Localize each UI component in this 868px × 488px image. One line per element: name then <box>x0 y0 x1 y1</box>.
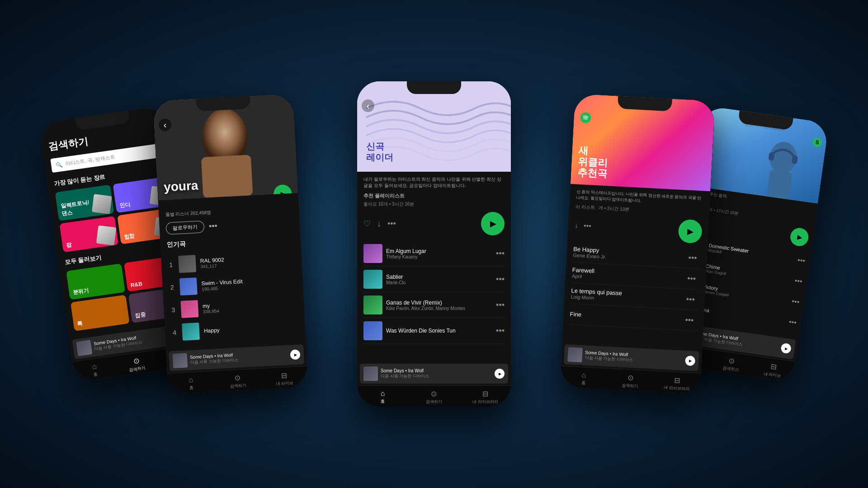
track-row-sablier[interactable]: Sablier Marie-Clo ••• <box>363 267 505 292</box>
track-artist-ganas: Kike Pavón, Alex Zurdo, Manny Montes <box>386 306 492 311</box>
np-thumb-2 <box>173 353 188 368</box>
spotify-icon-5: S <box>812 137 822 148</box>
center-description: 내가 팔로우하는 아티스트의 최신 음악과 나만을 위해 선별한 최신 싱글을 … <box>363 176 505 189</box>
library-icon-3: ⊟ <box>482 389 488 398</box>
track-more-was[interactable]: ••• <box>496 326 505 336</box>
genre-label-hiphop: 힙합 <box>123 232 135 241</box>
lofi-more-3[interactable]: ••• <box>791 297 800 306</box>
search-icon-4: ⊙ <box>627 373 633 382</box>
track-more-ganas[interactable]: ••• <box>496 300 505 310</box>
weekly-track-more-4[interactable]: ••• <box>681 314 698 328</box>
search-icon-5: ⊙ <box>728 357 736 366</box>
track-thumb-4 <box>182 323 200 341</box>
lofi-more-2[interactable]: ••• <box>794 277 803 286</box>
nav-search-2[interactable]: ⊙ 검색하기 <box>214 372 261 390</box>
home-label-1: 홈 <box>93 371 98 378</box>
nav-library-5[interactable]: ⊟ 내 라이브 <box>751 360 795 381</box>
weekly-track-more-3[interactable]: ••• <box>682 293 698 307</box>
svg-rect-7 <box>766 169 793 199</box>
svg-rect-2 <box>201 155 253 198</box>
follow-button[interactable]: 팔로우하기 <box>165 221 204 235</box>
track-name-was: Was Würden Die Sonies Tun <box>386 328 492 334</box>
artist-more-btn[interactable]: ••• <box>208 221 217 231</box>
more-icon-4[interactable]: ••• <box>583 222 591 230</box>
nav-search-4[interactable]: ⊙ 검색하기 <box>607 372 654 390</box>
download-icon-3[interactable]: ↓ <box>377 219 381 229</box>
main-play-btn-3[interactable] <box>481 212 505 235</box>
np-play-btn-2[interactable] <box>290 349 300 360</box>
genre-card-rock[interactable]: 록 <box>71 295 130 331</box>
nav-search-5[interactable]: ⊙ 검색하기 <box>709 354 753 375</box>
track-row-ganas[interactable]: Ganas de Vivir (Remix) Kike Pavón, Alex … <box>363 292 505 318</box>
lofi-play-btn[interactable] <box>789 227 810 247</box>
weekly-actions: ↓ ••• <box>574 214 703 244</box>
search-label-3: 검색하기 <box>426 399 442 405</box>
search-placeholder: 아티스트, 곡, 팟캐스트 <box>65 154 115 167</box>
library-label-5: 내 라이브 <box>764 371 782 379</box>
np-thumb-4 <box>567 347 583 362</box>
nav-search-3[interactable]: ⊙ 검색하기 <box>408 389 459 405</box>
track-row-was[interactable]: Was Würden Die Sonies Tun ••• <box>363 318 505 344</box>
phone-center: 신곡 레이더 내가 팔로우하는 아티스트의 최신 음악과 나만을 위해 선별한 … <box>357 81 511 407</box>
weekly-track-more-1[interactable]: ••• <box>684 251 701 265</box>
np-play-btn-3[interactable] <box>495 369 505 379</box>
track-details-ganas: Ganas de Vivir (Remix) Kike Pavón, Alex … <box>386 300 492 311</box>
download-icon-4[interactable]: ↓ <box>574 221 578 230</box>
genre-label-rnb: R&B <box>130 281 143 288</box>
weekly-track-title-4: Fine <box>570 311 682 324</box>
library-icon-2: ⊟ <box>281 371 288 380</box>
nav-home-4[interactable]: ⌂ 홈 <box>560 370 607 387</box>
track-more-em[interactable]: ••• <box>496 249 505 258</box>
track-more-sablier[interactable]: ••• <box>496 275 505 284</box>
weekly-play-btn[interactable] <box>678 219 703 244</box>
phone-4-screen: 새 위클리 추천곡 신 음악 믹스테이프입니다. 나만을 위해 엄선된 새로운 … <box>560 94 715 394</box>
library-label-4: 내 라이브러리 <box>664 385 689 392</box>
weekly-stats: 개 • 2시간 13분 <box>598 205 629 213</box>
nav-home-2[interactable]: ⌂ 홈 <box>167 375 215 392</box>
weekly-desc: 신 음악 믹스테이프입니다. 나만을 위해 엄선된 새로운 음악과 곡을 만나세… <box>576 189 704 207</box>
np-thumb-3 <box>363 366 378 381</box>
nav-library-2[interactable]: ⊟ 내 라이브 <box>261 370 308 387</box>
now-playing-bar-3[interactable]: Some Days • Ira Wolf 다음 사용 가능한 디바이스 <box>360 364 508 384</box>
track-artist-em: Thifany Kauany <box>386 254 492 259</box>
track-num-1: 1 <box>168 261 175 269</box>
weekly-title-line3: 추천곡 <box>577 167 607 179</box>
library-icon-4: ⊟ <box>674 376 680 385</box>
hero-title-area: 신곡 레이더 <box>366 141 393 163</box>
spotify-logo-4 <box>580 112 591 126</box>
lofi-more-1[interactable]: ••• <box>797 256 806 265</box>
phone-2-screen: youra 월별 리스너 202,458명 팔로우하기 ••• 인기곡 1 RA… <box>153 94 308 394</box>
np-info-4: Some Days • Ira Wolf 다음 사용 가능한 디바이스 <box>585 350 683 366</box>
back-button-3[interactable] <box>362 99 374 112</box>
genre-card-mood[interactable]: 분위기 <box>66 263 125 300</box>
genre-card-edm[interactable]: 일렉트로닉/댄스 <box>55 185 114 221</box>
phone-notch-3 <box>407 81 461 94</box>
nav-library-3[interactable]: ⊟ 내 라이브러리 <box>460 389 511 405</box>
nav-library-4[interactable]: ⊟ 내 라이브러리 <box>653 375 701 392</box>
track-row-em[interactable]: Em Algum Lugar Thifany Kauany ••• <box>363 241 505 267</box>
np-play-btn-4[interactable] <box>685 356 695 366</box>
weekly-track-more-2[interactable]: ••• <box>683 272 699 286</box>
genre-card-pop[interactable]: 팝 <box>59 216 118 252</box>
lofi-more-4[interactable]: ••• <box>788 318 797 327</box>
nav-home-3[interactable]: ⌂ 홈 <box>357 389 408 405</box>
track-num-3: 3 <box>170 306 177 314</box>
np-thumb-1 <box>76 340 92 356</box>
genre-thumb-pop <box>96 225 117 246</box>
library-icon-5: ⊟ <box>770 362 777 372</box>
nav-home-1[interactable]: ⌂ 홈 <box>73 360 117 381</box>
heart-icon-3[interactable]: ♡ <box>363 219 371 229</box>
track-name-ganas: Ganas de Vivir (Remix) <box>386 300 492 306</box>
track-art-em <box>363 244 382 263</box>
track-details-was: Was Würden Die Sonies Tun <box>386 328 492 334</box>
home-icon-3: ⌂ <box>381 389 385 398</box>
track-details-em: Em Algum Lugar Thifany Kauany <box>386 248 492 259</box>
home-icon-2: ⌂ <box>189 376 193 384</box>
home-label-2: 홈 <box>189 385 193 391</box>
genre-thumb-edm <box>92 194 112 214</box>
weekly-content: 신 음악 믹스테이프입니다. 나만을 위해 엄선된 새로운 음악과 곡을 만나세… <box>562 184 710 350</box>
more-icon-3[interactable]: ••• <box>387 219 396 229</box>
nav-search-1[interactable]: ⊙ 검색하기 <box>115 354 159 375</box>
home-label-4: 홈 <box>581 380 586 386</box>
np-play-btn-5[interactable] <box>780 343 792 354</box>
